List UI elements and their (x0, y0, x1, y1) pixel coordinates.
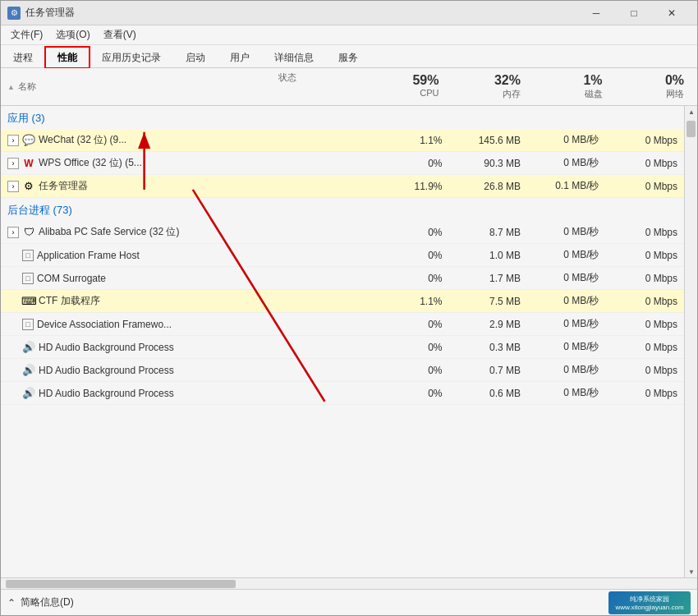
col-header-name[interactable]: ▲ 名称 (1, 68, 272, 105)
list-item[interactable]: › 💬 WeChat (32 位) (9... 1.1% 145.6 MB 0 … (1, 129, 684, 152)
process-status (272, 162, 370, 165)
process-icon: ⌨ (22, 295, 35, 308)
process-status (272, 369, 370, 372)
com-surrogate-name: COM Surrogate (37, 273, 106, 284)
col-header-cpu[interactable]: 59% CPU (370, 68, 452, 105)
process-mem: 26.8 MB (449, 179, 528, 194)
scroll-thumb[interactable] (687, 121, 696, 137)
col-header-net[interactable]: 0% 网络 (616, 68, 698, 105)
tab-services[interactable]: 服务 (326, 47, 370, 68)
process-disk: 0 MB/秒 (527, 154, 606, 172)
group-header-background: 后台进程 (73) (1, 198, 684, 221)
process-disk: 0 MB/秒 (527, 269, 606, 287)
task-manager-window: ⚙ 任务管理器 ─ □ ✕ 文件(F) 选项(O) 查看(V) 进程 性能 应用… (0, 0, 698, 616)
process-disk: 0 MB/秒 (527, 338, 606, 356)
main-content: ▲ 名称 状态 59% CPU 32% 内存 (1, 68, 697, 589)
table-header: ▲ 名称 状态 59% CPU 32% 内存 (1, 68, 697, 106)
process-status (272, 277, 370, 280)
process-disk: 0 MB/秒 (527, 361, 606, 379)
process-icon: 💬 (22, 134, 35, 147)
process-cpu: 0% (370, 248, 449, 263)
summary-toggle[interactable]: ⌃ 简略信息(D) (7, 595, 74, 609)
group-header-apps: 应用 (3) (1, 106, 684, 129)
window-controls: ─ □ ✕ (577, 1, 691, 25)
process-disk: 0 MB/秒 (527, 292, 606, 310)
list-item[interactable]: ⌨ CTF 加载程序 1.1% 7.5 MB 0 MB/秒 0 Mbps (1, 290, 684, 313)
process-name-cell: ⌨ CTF 加载程序 (1, 292, 272, 310)
process-status (272, 346, 370, 349)
maximize-button[interactable]: □ (615, 1, 653, 25)
process-name-cell: 🔊 HD Audio Background Process (1, 385, 272, 402)
expand-button[interactable]: › (7, 227, 19, 238)
tab-details[interactable]: 详细信息 (262, 47, 326, 68)
process-mem: 7.5 MB (449, 294, 528, 309)
list-item[interactable]: › ⚙ 任务管理器 11.9% 26.8 MB 0.1 MB/秒 0 Mbps (1, 175, 684, 198)
process-icon: □ (22, 273, 34, 284)
process-name-cell: 🔊 HD Audio Background Process (1, 339, 272, 356)
process-net: 0 Mbps (606, 363, 685, 378)
expand-button[interactable]: › (7, 158, 19, 169)
process-disk: 0 MB/秒 (527, 315, 606, 333)
list-item[interactable]: □ COM Surrogate 0% 1.7 MB 0 MB/秒 0 Mbps (1, 267, 684, 290)
process-status (272, 300, 370, 303)
expand-button[interactable]: › (7, 181, 19, 192)
tab-app-history[interactable]: 应用历史记录 (90, 47, 173, 68)
vertical-scrollbar[interactable]: ▲ ▼ (684, 106, 697, 577)
col-header-mem[interactable]: 32% 内存 (452, 68, 535, 105)
scroll-up-button[interactable]: ▲ (685, 106, 697, 117)
list-item[interactable]: 🔊 HD Audio Background Process 0% 0.7 MB … (1, 359, 684, 382)
process-name-cell: › 🛡 Alibaba PC Safe Service (32 位) (1, 223, 272, 241)
app-icon: ⚙ (7, 7, 21, 20)
process-name: HD Audio Background Process (39, 388, 174, 399)
tab-startup[interactable]: 启动 (173, 47, 218, 68)
tab-users[interactable]: 用户 (218, 47, 262, 68)
watermark-line1: 纯净系统家园 www.xitongjiayuan.com (615, 595, 683, 611)
process-net: 0 Mbps (606, 340, 685, 355)
list-item[interactable]: › W WPS Office (32 位) (5... 0% 90.3 MB 0… (1, 152, 684, 175)
menu-options[interactable]: 选项(O) (49, 26, 96, 44)
list-item[interactable]: 🔊 HD Audio Background Process 0% 0.3 MB … (1, 336, 684, 359)
process-net: 0 Mbps (606, 133, 685, 148)
process-mem: 2.9 MB (449, 317, 528, 332)
process-net: 0 Mbps (606, 294, 685, 309)
process-name: WeChat (32 位) (9... (39, 133, 126, 147)
table-area: ▲ 名称 状态 59% CPU 32% 内存 (1, 68, 697, 589)
process-icon: □ (22, 250, 34, 261)
list-item[interactable]: □ Application Frame Host 0% 1.0 MB 0 MB/… (1, 244, 684, 267)
sort-up-icon: ▲ (7, 83, 15, 91)
menu-view[interactable]: 查看(V) (97, 26, 143, 44)
process-name: Alibaba PC Safe Service (32 位) (39, 225, 179, 239)
scroll-down-button[interactable]: ▼ (685, 566, 697, 577)
process-icon: 🔊 (22, 387, 35, 400)
process-name: Device Association Framewo... (37, 319, 172, 330)
process-cpu: 0% (370, 225, 449, 240)
tab-performance[interactable]: 性能 (45, 47, 90, 68)
process-name: WPS Office (32 位) (5... (39, 156, 142, 170)
summary-text: 简略信息(D) (21, 595, 74, 609)
minimize-button[interactable]: ─ (577, 1, 615, 25)
col-header-disk[interactable]: 1% 磁盘 (534, 68, 616, 105)
table-body-container: 应用 (3) › 💬 WeChat (32 位) (9... 1.1% 145.… (1, 106, 697, 577)
table-scroll[interactable]: 应用 (3) › 💬 WeChat (32 位) (9... 1.1% 145.… (1, 106, 684, 577)
menu-bar: 文件(F) 选项(O) 查看(V) (1, 25, 697, 45)
horiz-scroll-thumb[interactable] (6, 580, 236, 588)
list-item[interactable]: 🔊 HD Audio Background Process 0% 0.6 MB … (1, 382, 684, 405)
process-mem: 1.0 MB (449, 248, 528, 263)
col-header-status[interactable]: 状态 (272, 68, 370, 105)
list-item[interactable]: □ Device Association Framewo... 0% 2.9 M… (1, 313, 684, 336)
process-name-cell: › W WPS Office (32 位) (5... (1, 154, 272, 172)
list-item[interactable]: › 🛡 Alibaba PC Safe Service (32 位) 0% 8.… (1, 221, 684, 244)
process-icon: 🔊 (22, 341, 35, 354)
process-status (272, 323, 370, 326)
process-cpu: 11.9% (370, 179, 449, 194)
process-status (272, 185, 370, 188)
menu-file[interactable]: 文件(F) (4, 26, 49, 44)
horizontal-scrollbar[interactable] (1, 577, 697, 589)
tab-process[interactable]: 进程 (1, 47, 45, 68)
close-button[interactable]: ✕ (653, 1, 691, 25)
process-net: 0 Mbps (606, 156, 685, 171)
process-disk: 0 MB/秒 (527, 131, 606, 149)
process-status (272, 231, 370, 234)
process-mem: 0.3 MB (449, 340, 528, 355)
expand-button[interactable]: › (7, 135, 19, 146)
